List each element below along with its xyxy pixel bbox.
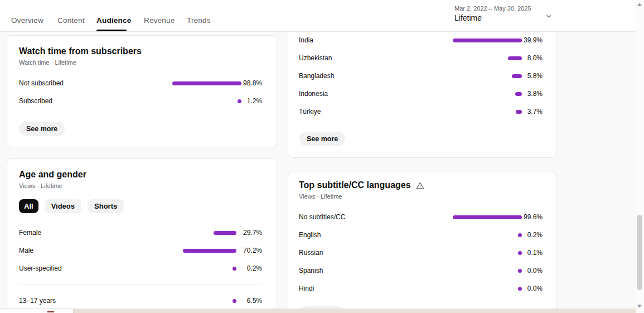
date-period-text: Lifetime: [454, 13, 531, 22]
stat-row: No subtitles/CC 99.6%: [299, 208, 543, 226]
stat-value: 8.0%: [522, 54, 543, 62]
stat-bar-area: [172, 99, 241, 103]
stat-row: 13–17 years 6.5%: [19, 292, 262, 310]
scroll-down-arrow-icon[interactable]: [637, 305, 642, 308]
stat-label: User-specified: [19, 264, 183, 272]
section-divider: [19, 285, 262, 285]
stat-value: 6.5%: [236, 297, 262, 305]
stat-bar: [233, 299, 236, 303]
tab-audience[interactable]: Audience: [96, 16, 131, 25]
stat-value: 3.8%: [522, 90, 543, 98]
stat-value: 0.1%: [522, 249, 543, 257]
stat-value: 99.6%: [522, 213, 543, 221]
card-subtitle: Views · Lifetime: [19, 182, 62, 189]
stat-bar: [512, 74, 522, 78]
filter-chip-videos[interactable]: Videos: [45, 199, 81, 213]
stat-value: 29.7%: [236, 229, 262, 237]
tab-content[interactable]: Content: [57, 16, 85, 25]
stat-value: 39.9%: [522, 36, 543, 44]
stat-row: User-specified 0.2%: [19, 259, 262, 277]
watch-time-see-more-button[interactable]: See more: [19, 122, 65, 136]
stat-bar: [518, 233, 522, 237]
stat-bar-area: [453, 74, 522, 78]
card-subtitle: Views · Lifetime: [299, 193, 342, 200]
stat-bar-area: [453, 92, 522, 96]
tab-revenue[interactable]: Revenue: [144, 16, 175, 25]
card-title: Watch time from subscribers: [19, 46, 142, 56]
stat-label: No subtitles/CC: [299, 213, 453, 221]
warning-icon: [416, 181, 424, 190]
chevron-down-icon: [545, 12, 553, 20]
tab-trends[interactable]: Trends: [187, 16, 211, 25]
stat-bar: [515, 92, 522, 96]
stat-value: 3.7%: [522, 108, 543, 115]
stat-value: 1.2%: [241, 97, 262, 105]
stat-label: Russian: [299, 249, 453, 257]
stat-bar: [233, 267, 236, 271]
date-range-picker[interactable]: Mar 2, 2022 – May 30, 2025 Lifetime: [454, 5, 531, 22]
stat-bar-area: [183, 267, 236, 271]
stat-bar-area: [453, 251, 522, 255]
stat-bar: [214, 231, 236, 235]
stat-value: 70.2%: [236, 247, 262, 254]
stat-row: Spanish 0.0%: [299, 262, 543, 280]
stat-value: 98.8%: [241, 79, 262, 87]
card-subtitle: Watch time · Lifetime: [19, 59, 76, 66]
filter-chip-shorts[interactable]: Shorts: [88, 199, 124, 213]
vertical-scrollbar-thumb[interactable]: [637, 215, 642, 290]
stat-label: Bangladesh: [299, 72, 453, 80]
stat-label: Subscribed: [19, 97, 172, 105]
watch-time-from-subscribers-card: Watch time from subscribers Watch time ·…: [7, 35, 277, 147]
stat-bar: [453, 215, 522, 219]
stat-bar-area: [183, 231, 236, 235]
stat-row: Türkiye 3.7%: [299, 103, 543, 121]
stat-bar-area: [183, 299, 236, 303]
stat-label: Indonesia: [299, 90, 453, 98]
stat-row: English 0.2%: [299, 226, 543, 244]
stat-label: 13–17 years: [19, 297, 183, 305]
stat-label: Hindi: [299, 285, 453, 292]
stat-row: India 39.9%: [299, 31, 543, 49]
stat-value: 0.2%: [522, 231, 543, 239]
top-subtitle-cc-languages-card: Top subtitle/CC languages Views · Lifeti…: [288, 172, 556, 313]
stat-row: Bangladesh 5.8%: [299, 67, 543, 85]
stat-row: Hindi 0.0%: [299, 280, 543, 297]
stat-value: 5.8%: [522, 72, 543, 80]
stat-label: India: [299, 36, 453, 44]
gender-rows: Female 29.7% Male 70.2% User-specified 0…: [19, 224, 262, 277]
stat-row: Subscribed 1.2%: [19, 92, 262, 110]
stat-bar-area: [172, 81, 241, 85]
stat-bar-area: [183, 249, 236, 253]
stat-label: Uzbekistan: [299, 54, 453, 62]
card-title-text: Top subtitle/CC languages: [299, 180, 411, 190]
stat-bar: [518, 287, 522, 291]
stat-bar-area: [453, 287, 522, 291]
geography-see-more-button[interactable]: See more: [299, 132, 345, 146]
stat-label: Female: [19, 229, 183, 237]
age-and-gender-card: Age and gender Views · Lifetime All Vide…: [7, 158, 277, 313]
stat-row: Russian 0.1%: [299, 244, 543, 262]
stat-bar-area: [453, 38, 522, 42]
stat-value: 0.0%: [522, 285, 543, 292]
geography-rows: India 39.9% Uzbekistan 8.0% Bangladesh 5…: [299, 31, 543, 121]
stat-label: Not subscribed: [19, 79, 172, 87]
partial-content-marker: [47, 311, 54, 312]
stat-label: Spanish: [299, 267, 453, 275]
card-title: Top subtitle/CC languages: [299, 180, 424, 190]
stat-bar-area: [453, 233, 522, 237]
tab-overview[interactable]: Overview: [11, 16, 43, 25]
stat-bar: [453, 38, 522, 42]
bottom-left-partial-panel: [0, 309, 74, 313]
stat-row: Uzbekistan 8.0%: [299, 49, 543, 67]
stat-bar: [183, 249, 236, 253]
filter-chip-all[interactable]: All: [19, 199, 38, 213]
stat-bar-area: [453, 56, 522, 60]
stat-bar-area: [453, 269, 522, 273]
horizontal-scrollbar[interactable]: [74, 309, 636, 313]
stat-bar: [508, 56, 522, 60]
vertical-scrollbar[interactable]: [636, 0, 644, 313]
stat-bar: [518, 269, 522, 273]
card-title-text: Watch time from subscribers: [19, 46, 142, 56]
stat-bar-area: [453, 110, 522, 114]
scroll-up-arrow-icon[interactable]: [637, 3, 642, 6]
